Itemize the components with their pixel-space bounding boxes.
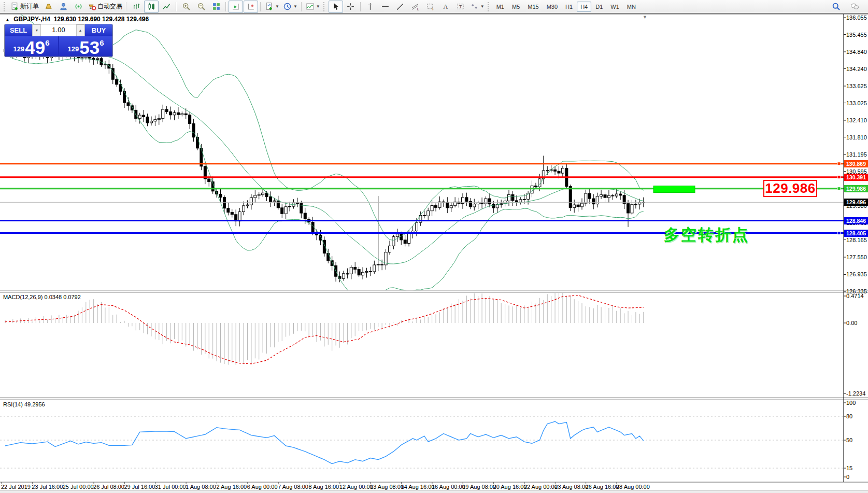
clock-icon	[283, 2, 292, 11]
buy-price-display[interactable]: 129 53 6	[59, 36, 112, 57]
chevron-down-icon[interactable]: ▼	[293, 4, 297, 9]
fibo-icon: E	[411, 2, 420, 11]
turning-point-annotation: 多空转折点	[664, 224, 749, 246]
toolbar-separator	[301, 2, 302, 11]
trendline-button[interactable]	[393, 1, 408, 13]
bid-price-badge: 129.496	[844, 199, 868, 206]
macd-tick: -1.2234	[846, 390, 865, 397]
linec-icon	[162, 2, 171, 11]
autoscroll-icon	[232, 2, 240, 11]
zoomout-icon	[197, 2, 206, 11]
timeframe-mn-button[interactable]: MN	[623, 2, 639, 12]
volume-input[interactable]: 1.00	[41, 24, 76, 36]
rsi-tick: 50	[846, 437, 852, 443]
ohlc-close: 129.496	[126, 16, 149, 23]
channel-button[interactable]: F	[423, 1, 438, 13]
textA-icon: A	[441, 2, 450, 11]
toolbar: 新订单自动交易▼▼▼EFAT▼M1M5M15M30H1H4D1W1MN	[0, 0, 868, 13]
toolbar-separator	[126, 2, 127, 11]
text-button[interactable]: A	[438, 1, 453, 13]
new-order-button-label: 新订单	[20, 2, 39, 11]
new-chart-button[interactable]: ▼	[263, 1, 281, 13]
tile-windows-button[interactable]	[209, 1, 223, 13]
fibo-button[interactable]: E	[408, 1, 423, 13]
volume-control: ▼ 1.00 ▲	[33, 24, 84, 36]
price-tick: 136.055	[846, 15, 867, 21]
price-badge-130.391: 130.391	[844, 174, 868, 181]
bars-icon	[132, 2, 141, 11]
price-tick: 134.240	[846, 66, 867, 72]
auto-trading-button[interactable]: 自动交易	[86, 1, 124, 13]
sell-price-display[interactable]: 129 49 6	[5, 36, 58, 57]
time-axis-label: 26 Jul 08:00	[93, 484, 124, 490]
toolbar-grip	[323, 2, 327, 11]
time-axis-label: 26 Aug 16:00	[586, 484, 619, 490]
volume-decrease-button[interactable]: ▼	[33, 24, 41, 36]
auto-scroll-button[interactable]	[229, 1, 243, 13]
chevron-down-icon[interactable]: ▼	[480, 4, 485, 9]
gridf-icon: F	[426, 2, 435, 11]
collapse-arrow-icon[interactable]: ▲	[5, 17, 10, 22]
bar-chart-button[interactable]	[129, 1, 144, 13]
time-axis-label: 22 Jul 2019	[1, 484, 31, 490]
zoom-out-button[interactable]	[194, 1, 208, 13]
search-button[interactable]	[829, 1, 843, 13]
vline-button[interactable]	[363, 1, 378, 13]
chevron-down-icon[interactable]: ▼	[316, 4, 320, 9]
price-annotation-box: 129.986	[763, 180, 817, 197]
shapes-button[interactable]: ▼	[468, 1, 486, 13]
price-badge-128.405: 128.405	[844, 230, 868, 237]
zoom-in-button[interactable]	[179, 1, 193, 13]
time-axis-label: 29 Jul 16:00	[124, 484, 155, 490]
chart-plot[interactable]	[0, 0, 868, 493]
rsi-tick: 0	[846, 474, 849, 480]
time-axis-label: 13 Aug 08:00	[370, 484, 404, 490]
highlight-rectangle[interactable]	[653, 186, 695, 193]
buy-button[interactable]: BUY	[85, 24, 112, 36]
timeframe-h4-button[interactable]: H4	[577, 2, 591, 12]
macd-pane	[5, 291, 644, 364]
profiles-button[interactable]	[41, 1, 55, 13]
svg-text:T: T	[459, 4, 462, 9]
time-axis-label: 20 Aug 16:00	[493, 484, 527, 490]
timeframe-m15-button[interactable]: M15	[524, 2, 542, 12]
indicator-icon	[306, 2, 315, 11]
timeframe-m1-button[interactable]: M1	[493, 2, 508, 12]
chart-shift-button[interactable]	[244, 1, 258, 13]
timeframe-m30-button[interactable]: M30	[543, 2, 561, 12]
shapes-icon	[470, 2, 479, 11]
person-icon	[59, 2, 68, 11]
vline-icon	[366, 2, 375, 11]
trend-icon	[396, 2, 405, 11]
chevron-down-icon[interactable]: ▼	[275, 4, 279, 9]
sell-button[interactable]: SELL	[5, 24, 32, 36]
candle-chart-button[interactable]	[144, 1, 159, 13]
chart-shift-marker-icon[interactable]: ▼	[643, 15, 647, 20]
toolbar-separator	[260, 2, 261, 11]
cursor-button[interactable]	[329, 1, 343, 13]
price-tick: 135.455	[846, 32, 867, 38]
new-order-button[interactable]: 新订单	[9, 1, 40, 13]
periods-button[interactable]: ▼	[281, 1, 299, 13]
price-tick: 128.165	[846, 237, 867, 243]
market-watch-button[interactable]	[56, 1, 70, 13]
ohlc-low: 129.428	[102, 16, 124, 23]
indicators-button[interactable]: ▼	[304, 1, 322, 13]
crosshair-button[interactable]	[344, 1, 358, 13]
time-axis-label: 31 Jul 00:00	[155, 484, 186, 490]
timeframe-h1-button[interactable]: H1	[562, 2, 576, 12]
sell-price-pip: 6	[45, 38, 49, 47]
timeframe-d1-button[interactable]: D1	[592, 2, 606, 12]
toolbar-grip	[488, 2, 491, 11]
volume-increase-button[interactable]: ▲	[76, 24, 84, 36]
signals-button[interactable]	[71, 1, 86, 13]
label-button[interactable]: T	[453, 1, 468, 13]
symbol-name: GBPJPY-,H4	[13, 16, 50, 23]
timeframe-w1-button[interactable]: W1	[607, 2, 623, 12]
line-chart-button[interactable]	[159, 1, 174, 13]
price-tick: 131.195	[846, 151, 867, 158]
chat-button[interactable]	[847, 1, 862, 13]
hline-button[interactable]	[378, 1, 393, 13]
chartshift-icon	[247, 2, 255, 11]
timeframe-m5-button[interactable]: M5	[508, 2, 523, 12]
